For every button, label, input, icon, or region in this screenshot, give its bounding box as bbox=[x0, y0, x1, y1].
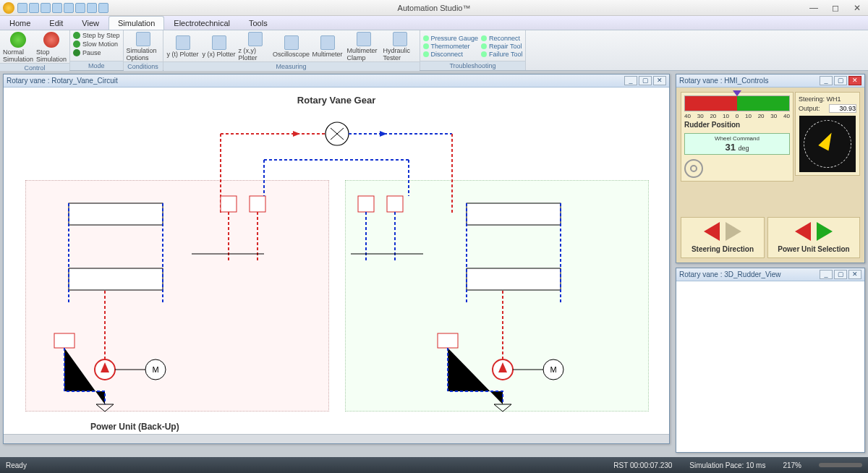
svg-rect-10 bbox=[221, 196, 237, 212]
status-ready: Ready bbox=[6, 461, 27, 469]
window-title: Rotary vane : Rotary_Vane_Circuit bbox=[7, 77, 118, 85]
group-label-measuring: Measuring bbox=[163, 61, 420, 71]
svg-rect-12 bbox=[467, 203, 561, 225]
steering-direction-panel: Steering Direction bbox=[681, 217, 765, 258]
window-3d-view: Rotary vane : 3D_Rudder_View _▢✕ WS bbox=[676, 268, 865, 453]
multimeter-button[interactable]: Multimeter bbox=[311, 35, 344, 58]
svg-rect-4 bbox=[69, 268, 163, 290]
yt-plotter-button[interactable]: y (t) Plotter bbox=[166, 35, 200, 58]
power-unit-left-button[interactable] bbox=[795, 222, 811, 241]
pressure-gauge-button[interactable]: Pressure Gauge bbox=[423, 35, 479, 42]
thermometer-button[interactable]: Thermometer bbox=[423, 43, 479, 50]
yx-plotter-button[interactable]: y (x) Plotter bbox=[203, 35, 236, 58]
minimize-icon[interactable]: _ bbox=[624, 76, 637, 85]
svg-rect-11 bbox=[250, 196, 265, 212]
slow-icon bbox=[73, 41, 80, 48]
slow-motion-button[interactable]: Slow Motion bbox=[73, 41, 118, 48]
tester-icon bbox=[393, 32, 407, 46]
minimize-icon[interactable]: _ bbox=[820, 76, 833, 85]
clamp-icon bbox=[357, 32, 371, 46]
reconnect-button[interactable]: Reconnect bbox=[481, 35, 522, 42]
compass-display bbox=[799, 116, 856, 172]
disconnect-button[interactable]: Disconnect bbox=[423, 51, 479, 58]
status-bar: Ready RST 00:00:07.230 Simulation Pace: … bbox=[0, 457, 868, 473]
steer-left-button[interactable] bbox=[704, 222, 720, 241]
tab-home[interactable]: Home bbox=[0, 16, 40, 30]
tab-view[interactable]: View bbox=[72, 16, 109, 30]
steer-right-button[interactable] bbox=[726, 222, 741, 241]
diagram-canvas[interactable]: Rotary Vane Gear Power Unit (Back-Up) bbox=[4, 88, 669, 443]
failure-icon bbox=[481, 51, 487, 57]
plot-icon bbox=[176, 35, 190, 50]
normal-simulation-button[interactable]: Normal Simulation bbox=[3, 32, 33, 63]
svg-rect-13 bbox=[467, 268, 561, 290]
minimize-icon[interactable]: _ bbox=[820, 270, 833, 279]
group-label-conditions: Conditions bbox=[124, 61, 163, 71]
reconnect-icon bbox=[481, 35, 487, 41]
status-rst: RST 00:00:07.230 bbox=[613, 461, 672, 469]
tab-edit[interactable]: Edit bbox=[40, 16, 72, 30]
plot-icon bbox=[212, 35, 226, 50]
repair-tool-button[interactable]: Repair Tool bbox=[481, 43, 522, 50]
horizontal-scrollbar[interactable] bbox=[4, 434, 669, 443]
ribbon-tabs: Home Edit View Simulation Electrotechnic… bbox=[0, 16, 868, 30]
zoom-slider[interactable] bbox=[819, 463, 862, 467]
maximize-icon[interactable]: ▢ bbox=[834, 76, 847, 85]
tab-tools[interactable]: Tools bbox=[239, 16, 277, 30]
thermometer-icon bbox=[423, 43, 429, 49]
mdi-area: Rotary vane : Rotary_Vane_Circuit _▢✕ Ro… bbox=[0, 71, 868, 457]
simulation-options-button[interactable]: Simulation Options bbox=[127, 32, 160, 61]
tab-simulation[interactable]: Simulation bbox=[109, 16, 164, 30]
stop-icon bbox=[43, 32, 59, 48]
power-unit-right-button[interactable] bbox=[817, 222, 833, 241]
quick-access-toolbar[interactable] bbox=[17, 3, 109, 13]
close-icon[interactable]: ✕ bbox=[848, 270, 861, 279]
svg-rect-18 bbox=[438, 333, 458, 348]
scope-icon bbox=[284, 35, 299, 50]
compass-panel: Steering: WH1 Output: bbox=[795, 92, 860, 176]
app-title: Automation Studio™ bbox=[398, 4, 471, 12]
multimeter-clamp-button[interactable]: Multimeter Clamp bbox=[347, 32, 380, 61]
step-by-step-button[interactable]: Step by Step bbox=[73, 32, 120, 39]
hydraulic-tester-button[interactable]: Hydraulic Tester bbox=[383, 32, 417, 61]
output-value-field[interactable] bbox=[829, 104, 856, 113]
wrench-icon bbox=[481, 43, 487, 49]
zxy-plotter-button[interactable]: z (x,y) Plotter bbox=[239, 32, 272, 61]
svg-rect-20 bbox=[387, 196, 403, 212]
svg-rect-9 bbox=[54, 333, 75, 348]
steering-label: Steering: WH1 bbox=[799, 95, 841, 103]
flask-icon bbox=[136, 32, 150, 46]
gauge-icon bbox=[423, 35, 429, 41]
maximize-icon[interactable]: ▢ bbox=[639, 76, 652, 85]
app-icon bbox=[3, 2, 14, 14]
window-title: Rotary vane : HMI_Controls bbox=[679, 77, 768, 85]
close-icon[interactable]: ✕ bbox=[848, 76, 861, 85]
rudder-caption: Rudder Position bbox=[684, 121, 790, 129]
tab-electrotechnical[interactable]: Electrotechnical bbox=[164, 16, 239, 30]
close-icon[interactable]: ✕ bbox=[846, 3, 868, 13]
group-label-troubleshooting: Troubleshooting bbox=[420, 61, 526, 70]
disconnect-icon bbox=[423, 51, 429, 57]
plot-icon bbox=[248, 32, 263, 46]
meter-icon bbox=[320, 35, 335, 50]
pause-button[interactable]: Pause bbox=[73, 49, 101, 56]
stop-simulation-button[interactable]: Stop Simulation bbox=[36, 32, 67, 63]
play-icon bbox=[10, 32, 26, 48]
wheel-command-display: Wheel Command 31 deg bbox=[684, 133, 790, 155]
maximize-icon[interactable]: ◻ bbox=[825, 3, 846, 13]
failure-tool-button[interactable]: Failure Tool bbox=[481, 51, 522, 58]
close-icon[interactable]: ✕ bbox=[653, 76, 666, 85]
ribbon: Normal Simulation Stop Simulation Contro… bbox=[0, 30, 868, 71]
svg-rect-19 bbox=[358, 196, 374, 212]
svg-text:M: M bbox=[152, 365, 158, 374]
rudder-position-gauge: 40302010010203040 Rudder Position Wheel … bbox=[681, 92, 793, 182]
oscilloscope-button[interactable]: Oscilloscope bbox=[275, 35, 308, 58]
svg-marker-1 bbox=[293, 131, 300, 137]
status-pace: Simulation Pace: 10 ms bbox=[689, 461, 765, 469]
group-label-mode: Mode bbox=[70, 61, 123, 70]
maximize-icon[interactable]: ▢ bbox=[834, 270, 847, 279]
status-zoom: 217% bbox=[783, 461, 801, 469]
output-label: Output: bbox=[799, 105, 820, 112]
power-unit-selection-panel: Power Unit Selection bbox=[767, 217, 860, 258]
minimize-icon[interactable]: — bbox=[803, 3, 825, 13]
